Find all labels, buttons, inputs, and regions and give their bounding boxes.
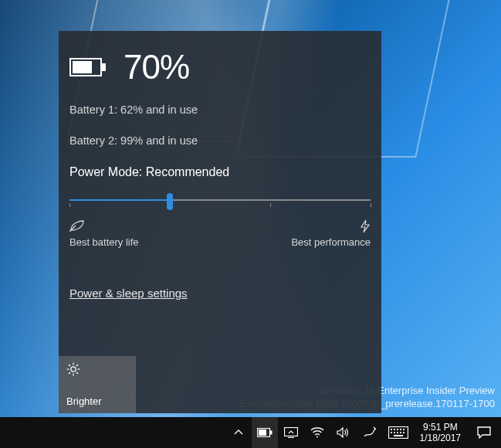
- svg-point-17: [317, 436, 318, 438]
- svg-rect-14: [270, 431, 273, 435]
- endpoint-left-label: Best battery life: [69, 236, 139, 248]
- svg-line-12: [76, 365, 78, 366]
- slider-tick: [270, 203, 271, 207]
- svg-point-4: [71, 367, 76, 372]
- svg-rect-15: [259, 429, 266, 436]
- slider-tick: [69, 203, 70, 207]
- wifi-tray-icon[interactable]: [304, 417, 330, 448]
- keyboard-tray-icon[interactable]: [383, 417, 414, 448]
- brightness-icon: [66, 362, 128, 379]
- taskbar-clock[interactable]: 9:51 PM 1/18/2017: [414, 417, 467, 448]
- lightning-icon: [360, 219, 371, 233]
- leaf-icon: [69, 219, 139, 233]
- project-tray-icon[interactable]: [278, 417, 304, 448]
- slider-thumb[interactable]: [167, 193, 173, 210]
- svg-rect-23: [403, 429, 405, 430]
- taskbar: 9:51 PM 1/18/2017: [0, 417, 501, 448]
- clock-time: 9:51 PM: [423, 422, 458, 433]
- ink-tray-icon[interactable]: [357, 417, 383, 448]
- svg-line-9: [69, 365, 70, 366]
- svg-rect-1: [102, 63, 106, 71]
- battery-header: 70%: [69, 48, 371, 87]
- volume-tray-icon[interactable]: [330, 417, 357, 448]
- svg-rect-24: [391, 432, 392, 433]
- svg-rect-26: [397, 432, 398, 433]
- svg-rect-21: [397, 429, 398, 430]
- brightness-tile[interactable]: Brighter: [59, 356, 136, 413]
- svg-rect-29: [394, 435, 403, 436]
- svg-rect-19: [391, 429, 392, 430]
- battery-line-2: Battery 2: 99% and in use: [69, 134, 371, 147]
- tray-overflow-button[interactable]: [225, 417, 252, 448]
- svg-rect-2: [73, 61, 92, 73]
- svg-rect-28: [403, 432, 405, 433]
- endpoint-right: Best performance: [291, 219, 371, 248]
- battery-tray-icon[interactable]: [252, 417, 278, 448]
- system-tray: 9:51 PM 1/18/2017: [225, 417, 501, 448]
- action-center-button[interactable]: [467, 417, 501, 448]
- clock-date: 1/18/2017: [420, 433, 461, 443]
- power-sleep-settings-link[interactable]: Power & sleep settings: [69, 287, 188, 300]
- svg-rect-25: [394, 432, 395, 433]
- brightness-tile-label: Brighter: [66, 395, 128, 407]
- endpoint-right-label: Best performance: [291, 236, 371, 248]
- battery-percent: 70%: [124, 48, 189, 87]
- battery-icon: [69, 58, 107, 76]
- svg-rect-16: [284, 428, 297, 436]
- svg-rect-20: [394, 429, 395, 430]
- power-mode-slider[interactable]: [69, 192, 371, 212]
- battery-flyout: 70% Battery 1: 62% and in use Battery 2:…: [59, 31, 381, 413]
- svg-line-10: [76, 372, 78, 374]
- power-mode-label: Power Mode: Recommended: [69, 165, 371, 179]
- svg-rect-22: [400, 429, 401, 430]
- slider-tick: [371, 203, 371, 207]
- battery-line-1: Battery 1: 62% and in use: [69, 104, 371, 116]
- svg-rect-27: [400, 432, 401, 433]
- slider-fill: [69, 199, 170, 201]
- slider-endpoints: Best battery life Best performance: [69, 219, 371, 248]
- svg-line-3: [69, 226, 76, 232]
- endpoint-left: Best battery life: [69, 219, 139, 248]
- svg-line-11: [69, 372, 70, 374]
